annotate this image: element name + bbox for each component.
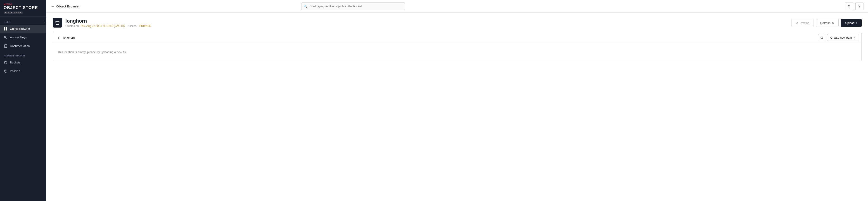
topbar-title: Object Browser <box>56 4 80 8</box>
sidebar-item-label: Access Keys <box>10 36 27 39</box>
admin-section-label: Administrator <box>0 51 46 58</box>
license-badge: AGPL ✓ LICENSE <box>4 11 23 14</box>
svg-rect-1 <box>6 27 7 29</box>
back-arrow-icon: ← <box>51 4 55 8</box>
search-input[interactable] <box>301 2 405 10</box>
sidebar-item-label: Buckets <box>10 61 20 64</box>
bucket-details: longhorn Created on: Thu, Aug 22 2024 16… <box>65 18 151 28</box>
content-area: longhorn Created on: Thu, Aug 22 2024 16… <box>46 13 868 201</box>
bucket-avatar <box>53 18 62 28</box>
bucket-header: longhorn Created on: Thu, Aug 22 2024 16… <box>53 18 862 28</box>
breadcrumb-path: longhorn <box>63 36 816 39</box>
main-content: ← Object Browser 🔍 ⚙ ? <box>46 0 868 201</box>
sidebar-logo: MINIO OBJECT STORE AGPL ✓ LICENSE <box>0 0 46 17</box>
shield-icon <box>4 69 8 73</box>
upload-icon: ↑ <box>856 21 858 25</box>
rewind-icon: ↺ <box>796 21 798 25</box>
key-icon <box>4 35 8 39</box>
file-browser: ‹ longhorn ⧉ Create new path ✎ This loca… <box>53 32 862 61</box>
sidebar-item-policies[interactable]: Policies <box>0 67 46 75</box>
refresh-button[interactable]: Refresh ↻ <box>816 19 839 27</box>
search-icon: 🔍 <box>304 4 307 8</box>
book-icon <box>4 44 8 48</box>
sidebar-item-label: Policies <box>10 69 20 73</box>
back-button[interactable]: ← Object Browser <box>51 4 80 8</box>
bucket-meta: Created on: Thu, Aug 22 2024 16:19:50 (G… <box>65 24 151 28</box>
empty-message: This location is empty, please try uploa… <box>53 43 862 61</box>
svg-rect-0 <box>4 27 5 29</box>
breadcrumb-item: longhorn <box>63 36 75 39</box>
sidebar-item-label: Documentation <box>10 44 30 48</box>
sidebar-item-access-keys[interactable]: Access Keys <box>0 33 46 42</box>
copy-path-button[interactable]: ⧉ <box>818 34 825 41</box>
edit-icon: ✎ <box>853 36 856 39</box>
sidebar-item-buckets[interactable]: Buckets <box>0 58 46 67</box>
app-title: OBJECT STORE <box>4 6 43 10</box>
grid-icon <box>4 27 8 31</box>
bucket-name: longhorn <box>65 18 151 24</box>
search-container: 🔍 <box>301 2 405 10</box>
bucket-icon <box>4 61 8 65</box>
refresh-icon: ↻ <box>832 21 834 25</box>
svg-rect-2 <box>4 29 5 31</box>
bucket-actions: ↺ Rewind Refresh ↻ Upload ↑ <box>791 19 862 27</box>
breadcrumb-back-button[interactable]: ‹ <box>55 35 62 41</box>
sidebar-item-object-browser[interactable]: Object Browser <box>0 25 46 33</box>
file-browser-toolbar: ‹ longhorn ⧉ Create new path ✎ <box>53 32 862 43</box>
help-button[interactable]: ? <box>855 2 864 10</box>
copy-icon: ⧉ <box>820 36 823 39</box>
sidebar: MINIO OBJECT STORE AGPL ✓ LICENSE ⟨ User… <box>0 0 46 201</box>
svg-rect-3 <box>6 29 7 31</box>
topbar: ← Object Browser 🔍 ⚙ ? <box>46 0 868 13</box>
create-path-button[interactable]: Create new path ✎ <box>827 34 859 41</box>
gear-icon: ⚙ <box>847 4 850 8</box>
settings-button[interactable]: ⚙ <box>845 2 853 10</box>
rewind-button[interactable]: ↺ Rewind <box>791 19 813 27</box>
help-icon: ? <box>859 4 861 8</box>
topbar-actions: ⚙ ? <box>845 2 864 10</box>
sidebar-item-label: Object Browser <box>10 27 30 31</box>
file-browser-actions: ⧉ Create new path ✎ <box>818 34 859 41</box>
collapse-sidebar-button[interactable]: ⟨ <box>42 19 45 24</box>
sidebar-item-documentation[interactable]: Documentation <box>0 42 46 51</box>
bucket-info: longhorn Created on: Thu, Aug 22 2024 16… <box>53 18 151 28</box>
upload-button[interactable]: Upload ↑ <box>841 19 862 27</box>
user-section-label: User <box>0 17 46 25</box>
svg-point-4 <box>4 36 6 38</box>
